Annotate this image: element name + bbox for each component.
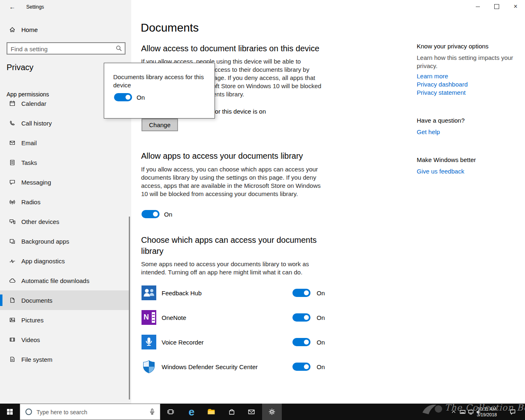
close-icon: × [514, 3, 517, 10]
sidebar-item-background-apps[interactable]: Background apps [0, 231, 130, 251]
microphone-icon[interactable] [148, 408, 156, 415]
sidebar-section-title: Privacy [7, 63, 34, 72]
chevron-up-icon [451, 409, 456, 414]
task-view-button[interactable] [161, 404, 180, 420]
sidebar-item-messaging[interactable]: Messaging [0, 172, 130, 192]
get-help-link[interactable]: Get help [417, 128, 440, 135]
network-tray-button[interactable] [467, 404, 475, 420]
sidebar-item-radios[interactable]: Radios [0, 192, 130, 212]
app-name: Voice Recorder [162, 339, 292, 346]
sidebar-item-label: App diagnostics [21, 258, 65, 265]
give-us-feedback-link[interactable]: Give us feedback [417, 168, 464, 175]
documents-icon [9, 297, 16, 304]
onenote-icon: N [142, 310, 156, 325]
sidebar-item-email[interactable]: Email [0, 133, 130, 153]
sidebar-scrollbar[interactable] [129, 217, 130, 399]
apps-access-toggle-state: On [164, 211, 172, 218]
sidebar-item-pictures[interactable]: Pictures [0, 310, 130, 330]
sidebar-item-documents[interactable]: Documents [0, 290, 130, 310]
sidebar-item-label: Messaging [21, 179, 51, 186]
mail-button[interactable] [242, 404, 261, 420]
sidebar-item-other-devices[interactable]: Other devices [0, 212, 130, 231]
action-center-icon [509, 409, 516, 415]
window-title: Settings [26, 4, 44, 10]
flyout-title: Documents library access for this device [113, 73, 208, 89]
search-input[interactable] [10, 43, 110, 55]
learn-more-link[interactable]: Learn more [417, 73, 448, 80]
choose-section-heading: Choose which apps can access your docume… [141, 235, 317, 257]
minimize-button[interactable] [468, 0, 487, 13]
action-center-button[interactable] [505, 404, 520, 420]
home-label: Home [21, 26, 38, 33]
have-a-question-heading: Have a question? [417, 117, 465, 124]
search-icon [116, 45, 122, 52]
sidebar-item-app-diagnostics[interactable]: App diagnostics [0, 251, 130, 271]
taskbar-search [20, 404, 160, 420]
start-button[interactable] [0, 404, 20, 420]
defender-toggle[interactable] [292, 363, 310, 371]
documents-access-flyout: Documents library access for this device… [104, 63, 215, 119]
maximize-icon [494, 4, 499, 9]
edge-button[interactable]: e [182, 404, 201, 420]
app-name: Feedback Hub [162, 290, 292, 297]
close-button[interactable]: × [506, 0, 525, 13]
other-devices-icon [9, 218, 16, 225]
feedback-hub-toggle[interactable] [292, 289, 310, 297]
choose-section-body: Some apps need to access your documents … [141, 260, 315, 276]
back-button[interactable]: ← [6, 2, 19, 12]
sidebar-item-tasks[interactable]: Tasks [0, 153, 130, 172]
downloads-icon [9, 277, 16, 284]
voice-recorder-toggle[interactable] [292, 338, 310, 346]
store-button[interactable] [222, 404, 242, 420]
privacy-dashboard-link[interactable]: Privacy dashboard [417, 81, 468, 88]
sidebar-group-title: App permissions [7, 91, 49, 98]
app-row-windows-defender: Windows Defender Security Center On [142, 354, 326, 379]
defender-icon [142, 359, 156, 374]
messaging-icon [9, 179, 16, 185]
settings-search [7, 42, 126, 55]
app-name: OneNote [162, 314, 292, 321]
sidebar-item-label: Email [21, 139, 37, 146]
taskbar: e 10:11 AM 3/19/2018 [0, 404, 525, 420]
page-title: Documents [141, 21, 199, 34]
taskbar-clock[interactable]: 10:11 AM 3/19/2018 [475, 406, 499, 418]
settings-taskbar-button[interactable] [262, 404, 282, 420]
sidebar-item-label: Automatic file downloads [21, 277, 89, 284]
file-explorer-button[interactable] [201, 404, 221, 420]
privacy-options-body: Learn how this setting impacts your priv… [417, 54, 515, 70]
sidebar-item-label: Calendar [21, 100, 46, 107]
sidebar-item-automatic-file-downloads[interactable]: Automatic file downloads [0, 271, 130, 290]
apps-access-toggle[interactable] [142, 210, 160, 218]
sidebar-item-file-system[interactable]: File system [0, 349, 130, 369]
minimize-icon [476, 7, 480, 7]
gear-icon [268, 408, 276, 415]
onenote-toggle[interactable] [292, 313, 310, 322]
privacy-statement-link[interactable]: Privacy statement [417, 89, 466, 96]
app-toggle-state: On [317, 290, 325, 297]
sidebar-nav: Calendar Call history Email Tasks Messag… [0, 98, 130, 369]
apps-section-heading: Allow apps to access your documents libr… [141, 151, 303, 161]
taskbar-search-input[interactable] [36, 404, 140, 420]
calendar-icon [9, 100, 16, 107]
change-button[interactable]: Change [142, 119, 178, 131]
app-row-onenote: N OneNote On [142, 305, 326, 330]
app-toggle-state: On [317, 363, 325, 370]
sidebar-item-videos[interactable]: Videos [0, 330, 130, 349]
background-apps-icon [9, 238, 16, 244]
sidebar-item-home[interactable]: Home [0, 21, 131, 38]
store-icon [228, 408, 235, 415]
sidebar-item-label: Background apps [21, 238, 69, 245]
radios-icon [9, 199, 16, 205]
sidebar-item-label: Pictures [21, 317, 43, 324]
privacy-options-heading: Know your privacy options [417, 43, 488, 50]
sidebar-item-label: Call history [21, 120, 52, 127]
mail-icon [248, 408, 255, 415]
voice-recorder-icon [142, 335, 156, 349]
sidebar-item-label: Radios [21, 199, 41, 205]
maximize-button[interactable] [487, 0, 506, 13]
app-toggle-state: On [317, 314, 325, 321]
sidebar-item-label: Other devices [21, 218, 59, 225]
device-access-toggle[interactable] [114, 93, 132, 101]
tray-expand-button[interactable] [450, 404, 458, 420]
touch-keyboard-button[interactable] [459, 404, 467, 420]
